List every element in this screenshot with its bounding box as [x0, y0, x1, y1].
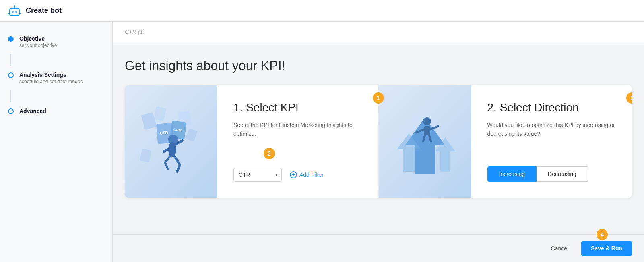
sidebar-item-analysis-settings[interactable]: Analysis Settings schedule and set date …: [0, 66, 112, 90]
step-badge-4: 4: [597, 229, 608, 240]
sidebar-item-sub-objective: set your objective: [19, 43, 57, 48]
nav-dot-advanced: [8, 108, 14, 114]
card1-content: 1 1. Select KPI Select the KPI for Einst…: [217, 85, 379, 198]
card2-illustration: [379, 85, 471, 198]
svg-point-4: [14, 5, 15, 7]
sidebar-item-label-advanced: Advanced: [19, 108, 46, 114]
svg-rect-28: [424, 126, 430, 135]
svg-point-27: [423, 117, 431, 125]
sidebar-item-label-objective: Objective: [19, 35, 57, 42]
sidebar: Objective set your objective Analysis Se…: [0, 22, 113, 262]
content-tab-title: CTR (1): [125, 29, 145, 35]
svg-rect-0: [10, 8, 19, 16]
sidebar-item-sub-analysis: schedule and set date ranges: [19, 79, 83, 84]
svg-line-21: [177, 165, 180, 172]
nav-line-1: [10, 54, 11, 66]
svg-line-22: [165, 156, 170, 162]
card2-controls: Increasing Decreasing: [487, 166, 616, 182]
page-heading: Get insights about your KPI!: [125, 58, 632, 73]
nav-line-2: [10, 90, 11, 102]
content-header: CTR (1): [113, 22, 644, 42]
header: Create bot: [0, 0, 644, 22]
nav-dot-objective: [8, 36, 14, 42]
svg-rect-11: [140, 149, 152, 162]
step-badge-3: 3: [626, 92, 632, 104]
sidebar-item-label-analysis: Analysis Settings: [19, 72, 83, 78]
kpi-select[interactable]: CTR CPM CPC: [233, 168, 282, 182]
kpi-select-wrapper[interactable]: CTR CPM CPC: [233, 168, 282, 182]
cancel-button[interactable]: Cancel: [545, 241, 575, 256]
svg-rect-10: [186, 128, 198, 142]
card1-illustration: CTR CPM: [125, 85, 217, 198]
increasing-button[interactable]: Increasing: [487, 166, 537, 182]
card1-controls: 2 CTR CPM CPC + Add Filter: [233, 168, 362, 182]
add-filter-button[interactable]: + Add Filter: [290, 171, 324, 178]
svg-point-1: [12, 11, 14, 13]
content-area: CTR (1) Get insights about your KPI!: [113, 22, 644, 262]
svg-line-20: [174, 156, 180, 165]
sidebar-item-advanced[interactable]: Advanced: [0, 102, 112, 120]
direction-buttons: Increasing Decreasing: [487, 166, 588, 182]
svg-text:CTR: CTR: [159, 130, 168, 135]
svg-rect-7: [141, 112, 157, 130]
svg-line-23: [165, 162, 168, 169]
svg-rect-8: [154, 106, 166, 121]
content-body: Get insights about your KPI!: [113, 42, 644, 234]
card2-content: 3 2. Select Direction Would you like to …: [471, 85, 632, 198]
decreasing-button[interactable]: Decreasing: [537, 166, 588, 182]
bot-icon: [8, 4, 21, 17]
save-run-button[interactable]: Save & Run: [581, 241, 632, 256]
step-badge-2: 2: [264, 148, 275, 159]
card2-title: 2. Select Direction: [487, 101, 616, 114]
main-layout: Objective set your objective Analysis Se…: [0, 22, 644, 262]
app-container: Create bot Objective set your objective …: [0, 0, 644, 262]
cards-container: CTR CPM: [125, 85, 632, 198]
card1-desc: Select the KPI for Einstein Marketing In…: [233, 121, 362, 139]
step-badge-1: 1: [373, 92, 384, 104]
sidebar-item-objective[interactable]: Objective set your objective: [0, 30, 112, 54]
card1-title: 1. Select KPI: [233, 101, 362, 114]
header-title: Create bot: [26, 6, 62, 15]
svg-point-2: [15, 11, 17, 13]
footer: 4 Cancel Save & Run: [113, 234, 644, 262]
add-filter-label: Add Filter: [299, 172, 324, 178]
card2-desc: Would you like to optimize this KPI by i…: [487, 121, 616, 139]
nav-dot-analysis-settings: [8, 72, 14, 78]
add-filter-icon: +: [290, 171, 297, 178]
